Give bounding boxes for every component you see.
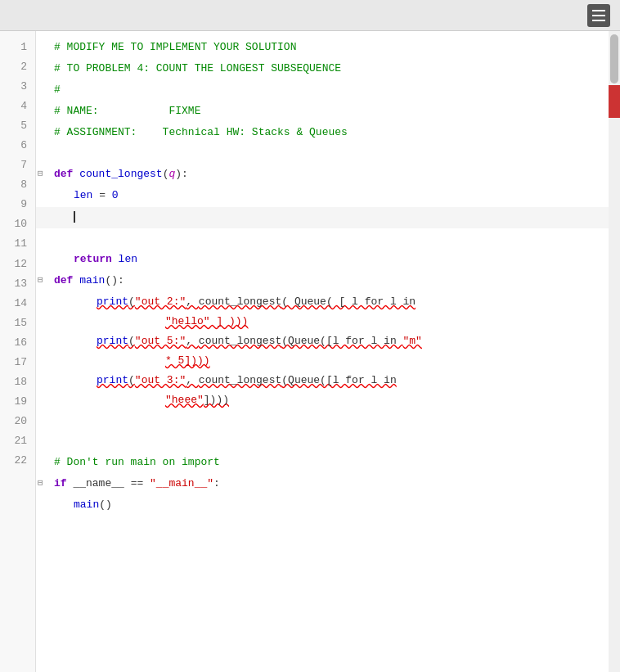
line-number-18: 18 (0, 372, 35, 392)
fold-gutter-1 (36, 38, 51, 38)
line-number-8: 8 (0, 175, 35, 195)
code-line-19: ⊟if __name__ == "__main__": (36, 474, 609, 495)
code-text-4: # NAME: FIXME (51, 101, 609, 121)
fold-gutter-4 (36, 101, 51, 102)
line-number-20: 20 (0, 412, 35, 431)
scrollbar-track[interactable] (609, 31, 620, 672)
fold-gutter-16 (36, 410, 51, 411)
code-line-10 (36, 228, 609, 250)
code-line-22 (36, 537, 609, 558)
line-number-3: 3 (0, 77, 35, 97)
menu-line-2 (592, 15, 605, 16)
fold-gutter-22 (36, 537, 51, 538)
fold-gutter-14 (36, 331, 51, 332)
code-line-7: ⊟def count_longest(q): (36, 165, 609, 186)
code-line-5: # ASSIGNMENT: Technical HW: Stacks & Que… (36, 123, 609, 144)
code-text-3: # (51, 80, 609, 100)
code-line-18: # Don't run main on import (36, 453, 609, 474)
code-text-15: print("out 3:", count_longest(Queue([l f… (51, 371, 609, 410)
fold-gutter-17 (36, 431, 51, 432)
fold-gutter-9 (36, 207, 51, 208)
code-text-13: print("out 2:", count_longest( Queue( [ … (51, 292, 609, 331)
code-line-16 (36, 410, 609, 431)
code-text-9 (51, 207, 609, 227)
code-line-3: # (36, 80, 609, 101)
line-number-19: 19 (0, 392, 35, 412)
editor-container: 12345678910111213141516171819202122 # MO… (0, 0, 620, 672)
code-text-18: # Don't run main on import (51, 453, 609, 472)
code-line-14: print("out 5:", count_longest(Queue([l f… (36, 331, 609, 371)
line-number-15: 15 (0, 313, 35, 333)
scrollbar-thumb[interactable] (610, 34, 618, 83)
fold-gutter-21 (36, 516, 51, 516)
code-text-19: if __name__ == "__main__": (51, 474, 609, 494)
line-number-4: 4 (0, 97, 35, 116)
fold-gutter-5 (36, 123, 51, 124)
line-number-13: 13 (0, 274, 35, 294)
fold-gutter-11 (36, 250, 51, 250)
code-text-5: # ASSIGNMENT: Technical HW: Stacks & Que… (51, 123, 609, 142)
code-line-11: return len (36, 250, 609, 271)
code-line-8: len = 0 (36, 186, 609, 207)
code-line-13: print("out 2:", count_longest( Queue( [ … (36, 292, 609, 331)
line-number-12: 12 (0, 255, 35, 274)
scrollbar-highlight (609, 85, 620, 118)
line-numbers: 12345678910111213141516171819202122 (0, 31, 36, 672)
line-number-7: 7 (0, 156, 35, 175)
line-number-22: 22 (0, 451, 35, 471)
code-line-17 (36, 431, 609, 453)
line-number-6: 6 (0, 136, 35, 156)
code-line-4: # NAME: FIXME (36, 101, 609, 123)
fold-gutter-12[interactable]: ⊟ (36, 271, 51, 288)
fold-gutter-19[interactable]: ⊟ (36, 474, 51, 491)
code-line-20: main() (36, 495, 609, 516)
line-number-14: 14 (0, 294, 35, 313)
line-number-2: 2 (0, 57, 35, 77)
fold-gutter-7[interactable]: ⊟ (36, 165, 51, 182)
menu-line-1 (592, 10, 605, 11)
line-number-21: 21 (0, 431, 35, 451)
line-number-9: 9 (0, 195, 35, 214)
fold-gutter-2 (36, 59, 51, 60)
line-number-17: 17 (0, 353, 35, 372)
fold-gutter-20 (36, 495, 51, 496)
code-line-6 (36, 143, 609, 165)
code-area: 12345678910111213141516171819202122 # MO… (0, 31, 620, 672)
text-cursor (74, 211, 75, 223)
fold-gutter-13 (36, 292, 51, 293)
code-text-12: def main(): (51, 271, 609, 291)
fold-gutter-10 (36, 228, 51, 229)
menu-line-3 (592, 20, 605, 21)
fold-gutter-18 (36, 453, 51, 453)
line-number-1: 1 (0, 38, 35, 57)
code-line-1: # MODIFY ME TO IMPLEMENT YOUR SOLUTION (36, 38, 609, 59)
code-content[interactable]: # MODIFY ME TO IMPLEMENT YOUR SOLUTION# … (36, 31, 609, 672)
menu-button[interactable] (587, 4, 610, 27)
code-text-1: # MODIFY ME TO IMPLEMENT YOUR SOLUTION (51, 38, 609, 57)
code-line-15: print("out 3:", count_longest(Queue([l f… (36, 371, 609, 410)
code-text-8: len = 0 (51, 186, 609, 205)
fold-gutter-3 (36, 80, 51, 81)
line-number-5: 5 (0, 116, 35, 136)
code-text-11: return len (51, 250, 609, 269)
code-text-20: main() (51, 495, 609, 515)
line-number-16: 16 (0, 333, 35, 353)
fold-gutter-8 (36, 186, 51, 187)
code-line-21 (36, 516, 609, 537)
fold-gutter-15 (36, 371, 51, 372)
line-number-11: 11 (0, 234, 35, 254)
code-line-2: # TO PROBLEM 4: COUNT THE LONGEST SUBSEQ… (36, 59, 609, 80)
code-line-12: ⊟def main(): (36, 271, 609, 292)
code-text-2: # TO PROBLEM 4: COUNT THE LONGEST SUBSEQ… (51, 59, 609, 79)
code-line-9 (36, 207, 609, 228)
line-number-10: 10 (0, 214, 35, 234)
fold-gutter-6 (36, 143, 51, 144)
code-text-7: def count_longest(q): (51, 165, 609, 184)
code-text-14: print("out 5:", count_longest(Queue([l f… (51, 331, 609, 371)
title-bar (0, 0, 620, 31)
